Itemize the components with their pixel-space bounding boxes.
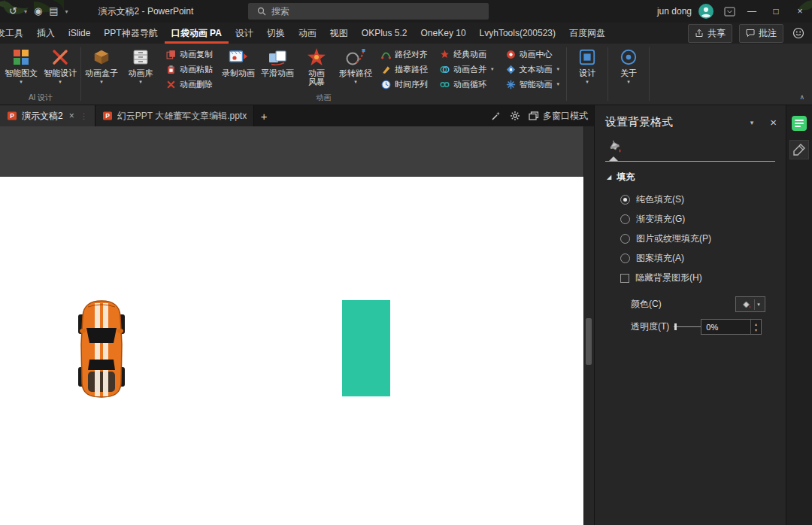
- undo-dropdown-icon[interactable]: ▾: [24, 8, 27, 15]
- animation-library-button[interactable]: 动画库 ▾: [121, 44, 160, 85]
- checkbox-icon: [620, 274, 629, 283]
- ribbon-group-design: 设计 ▾: [568, 44, 607, 105]
- radio-icon: [620, 195, 630, 205]
- multi-window-mode-button[interactable]: 多窗口模式: [529, 110, 588, 123]
- chevron-down-icon: ▾: [100, 78, 103, 85]
- tab-onekey[interactable]: OneKey 10: [414, 23, 473, 44]
- animation-delete-button[interactable]: 动画删除: [163, 77, 216, 91]
- teal-rectangle-shape[interactable]: [342, 300, 390, 396]
- settings-gear-icon[interactable]: [510, 111, 520, 121]
- search-placeholder: 搜索: [271, 5, 289, 18]
- animation-copy-button[interactable]: 动画复制: [163, 47, 216, 61]
- tab-transitions[interactable]: 切换: [260, 23, 292, 44]
- ribbon-display-options-icon[interactable]: [724, 7, 735, 17]
- spin-up-icon[interactable]: ▴: [755, 321, 757, 327]
- box-icon: [92, 46, 111, 68]
- text-animation-button[interactable]: 文本动画 ▾: [503, 62, 563, 76]
- collapse-ribbon-icon[interactable]: ∧: [799, 93, 804, 101]
- car-image[interactable]: [77, 299, 126, 399]
- tab-pocket-animation[interactable]: 口袋动画 PA: [165, 23, 229, 44]
- user-name[interactable]: jun dong: [657, 6, 692, 17]
- document-tab-1[interactable]: P 演示文稿2 × ⋮: [0, 105, 95, 126]
- animation-box-button[interactable]: 动画盒子 ▾: [82, 44, 121, 85]
- star-icon: [440, 50, 450, 59]
- tabbar-right-tools: 多窗口模式: [491, 105, 594, 126]
- tab-view[interactable]: 视图: [323, 23, 355, 44]
- qat-customize-icon[interactable]: ▾: [65, 8, 68, 15]
- pocket-animation-panel-icon[interactable]: [789, 114, 809, 133]
- design-button[interactable]: 设计 ▾: [568, 44, 607, 85]
- storm-star-icon: [307, 46, 326, 68]
- fill-bucket-tab-icon[interactable]: [607, 139, 786, 156]
- smart-animation-button[interactable]: 智能动画 ▾: [503, 77, 563, 91]
- smart-design-button[interactable]: 智能设计 ▾: [41, 44, 80, 85]
- transparency-value: 0%: [701, 323, 750, 332]
- slide-canvas[interactable]: [0, 177, 584, 525]
- record-icon[interactable]: ◉: [34, 0, 42, 23]
- smart-stack: 动画中心 文本动画 ▾ 智能动画 ▾: [500, 44, 566, 91]
- path-align-button[interactable]: 路径对齐: [378, 47, 431, 61]
- transparency-row: 透明度(T) 0% ▴▾: [631, 319, 762, 335]
- tab-ppt-navigator[interactable]: PPT神器导航: [97, 23, 164, 44]
- shape-to-path-button[interactable]: 形转路径 ▾: [336, 44, 375, 85]
- scrollbar-thumb[interactable]: [586, 318, 592, 365]
- animation-paste-button[interactable]: 动画粘贴: [163, 62, 216, 76]
- tab-animations[interactable]: 动画: [292, 23, 323, 44]
- tab-insert[interactable]: 插入: [30, 23, 62, 44]
- about-button[interactable]: 关于 ▾: [609, 44, 648, 85]
- tab-okplus[interactable]: OKPlus 5.2: [355, 23, 414, 44]
- animation-loop-button[interactable]: 动画循环: [437, 77, 497, 91]
- vertical-scrollbar[interactable]: [583, 126, 594, 525]
- library-drawer-icon: [132, 46, 150, 68]
- feedback-smiley-icon[interactable]: [792, 27, 804, 39]
- tab-design[interactable]: 设计: [229, 23, 260, 44]
- classic-animation-button[interactable]: 经典动画: [437, 47, 497, 61]
- comments-button[interactable]: 批注: [739, 24, 783, 43]
- panel-close-icon[interactable]: ×: [770, 117, 777, 128]
- spinner-buttons[interactable]: ▴▾: [750, 320, 761, 334]
- group-label-animation: 动画: [82, 92, 565, 105]
- tab-dev-tools[interactable]: 开发工具: [0, 23, 30, 44]
- user-avatar[interactable]: [698, 4, 714, 19]
- solid-fill-radio[interactable]: 纯色填充(S): [620, 193, 786, 206]
- chevron-down-icon: ▾: [557, 66, 560, 72]
- tab-lvyhtools[interactable]: LvyhTools(200523): [473, 23, 562, 44]
- document-tab-2[interactable]: P 幻云PPT 大雄董军文章编辑.pptx: [95, 105, 254, 126]
- smart-graphic-button[interactable]: 智能图文 ▾: [2, 44, 41, 85]
- close-tab-icon[interactable]: ×: [69, 111, 74, 121]
- spin-down-icon[interactable]: ▾: [755, 327, 757, 333]
- trace-path-button[interactable]: 描摹路径: [378, 62, 431, 76]
- clipboard-stack: 动画复制 动画粘贴 动画删除: [160, 44, 219, 91]
- tab-islide[interactable]: iSlide: [62, 23, 97, 44]
- color-picker-button[interactable]: ▾: [735, 296, 765, 312]
- share-button[interactable]: 共享: [688, 24, 732, 43]
- panel-dropdown-icon[interactable]: ▾: [750, 119, 754, 126]
- fill-section-header[interactable]: ◢ 填充: [607, 171, 786, 184]
- transparency-spinbox[interactable]: 0% ▴▾: [701, 319, 762, 335]
- pattern-fill-radio[interactable]: 图案填充(A): [620, 252, 786, 265]
- chevron-down-icon: ▾: [586, 78, 589, 85]
- touch-mode-icon[interactable]: ▤: [49, 0, 58, 23]
- maximize-button[interactable]: □: [764, 0, 788, 23]
- gradient-fill-radio[interactable]: 渐变填充(G): [620, 213, 786, 226]
- animation-storm-button[interactable]: 动画 风暴: [297, 44, 336, 86]
- time-sequence-button[interactable]: 时间序列: [378, 77, 431, 91]
- record-animation-button[interactable]: 录制动画: [219, 44, 258, 78]
- smooth-animation-button[interactable]: 平滑动画: [258, 44, 297, 78]
- undo-icon[interactable]: ↺: [9, 0, 17, 23]
- brush-icon[interactable]: [789, 140, 809, 159]
- ribbon-group-about: 关于 ▾: [609, 44, 648, 105]
- minimize-button[interactable]: —: [740, 0, 764, 23]
- picture-texture-fill-radio[interactable]: 图片或纹理填充(P): [620, 232, 786, 245]
- animation-merge-button[interactable]: 动画合并 ▾: [437, 62, 497, 76]
- new-tab-button[interactable]: +: [254, 105, 274, 126]
- search-box[interactable]: 搜索: [248, 3, 489, 20]
- animation-center-button[interactable]: 动画中心: [503, 47, 563, 61]
- slider-thumb-icon[interactable]: [674, 323, 677, 330]
- magic-wand-icon[interactable]: [491, 111, 501, 121]
- transparency-slider[interactable]: [674, 323, 701, 331]
- smart-graphic-icon: [12, 46, 30, 68]
- close-button[interactable]: ×: [788, 0, 812, 23]
- hide-background-graphics-checkbox[interactable]: 隐藏背景图形(H): [620, 272, 786, 284]
- tab-baidu-netdisk[interactable]: 百度网盘: [562, 23, 612, 44]
